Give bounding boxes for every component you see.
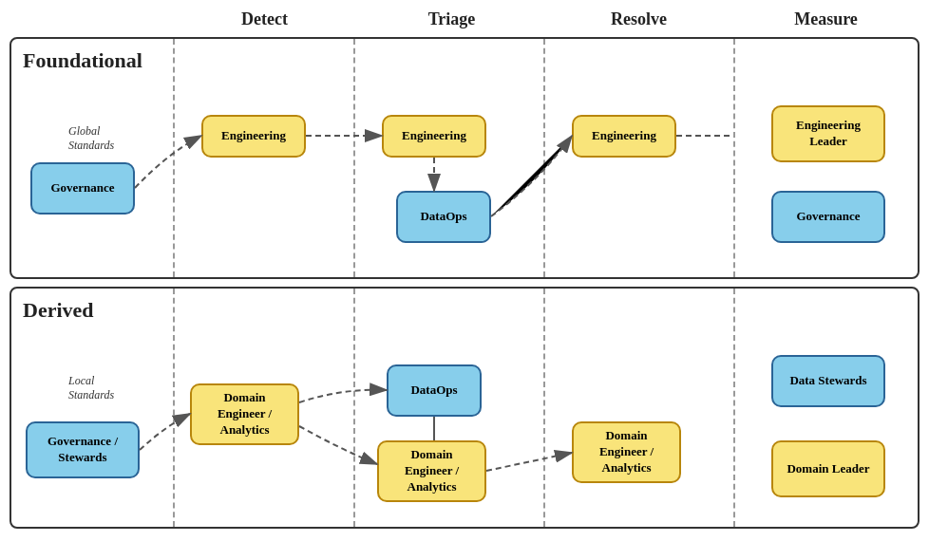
divider-d3 [543,289,545,527]
global-standards-label: GlobalStandards [68,124,114,153]
engineering-detect-node: Engineering [201,115,306,158]
divider-d2 [353,289,355,527]
header-detect: Detect [171,9,358,29]
diagram-container: Detect Triage Resolve Measure Foundation… [0,0,929,560]
divider-2 [353,39,355,277]
data-stewards-node: Data Stewards [771,355,885,407]
divider-d1 [173,289,175,527]
header-triage: Triage [358,9,545,29]
divider-1 [173,39,175,277]
governance-node: Governance [30,162,135,215]
engineering-triage-node: Engineering [382,115,486,158]
header-measure: Measure [732,9,920,29]
dataops-derived-node: DataOps [387,364,482,417]
governance-measure-node: Governance [771,191,885,243]
header-row: Detect Triage Resolve Measure [9,9,920,29]
header-resolve: Resolve [545,9,732,29]
governance-stewards-node: Governance / Stewards [26,421,140,478]
engineering-resolve-node: Engineering [572,115,676,158]
svg-line-6 [486,453,572,471]
domain-eng-resolve-node: Domain Engineer / Analytics [572,421,681,483]
foundational-section: Foundational GlobalStandards Governance … [9,37,920,279]
domain-leader-node: Domain Leader [771,440,885,497]
divider-3 [543,39,545,277]
domain-eng-detect-node: Domain Engineer / Analytics [190,383,299,445]
divider-d4 [733,289,735,527]
foundational-label: Foundational [23,48,142,73]
engineering-leader-node: Engineering Leader [771,105,885,162]
domain-eng-triage-node: Domain Engineer / Analytics [377,440,486,502]
derived-section: Derived LocalStandards Governance / Stew… [9,287,920,529]
derived-label: Derived [23,298,94,323]
divider-4 [733,39,735,277]
dataops-foundational-node: DataOps [396,191,491,243]
local-standards-label: LocalStandards [68,374,114,402]
